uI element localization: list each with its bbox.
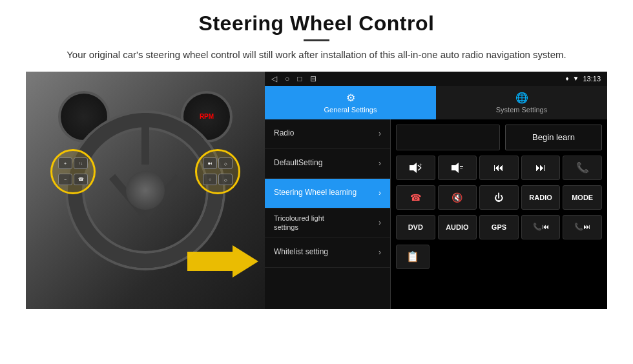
tab-system-label: System Settings [496,106,547,114]
btn-call-prev-ctrl[interactable]: 📞⏮ [521,215,561,239]
btn-phone: ☎ [74,174,88,185]
right-button-circle: ⏮ ◇ ○ ◇ [195,149,240,194]
btn-radio-ctrl[interactable]: RADIO [521,185,561,210]
mode-label: MODE [572,194,593,201]
status-indicators: ♦ ▼ 13:13 [565,75,601,83]
gps-icon: ♦ [565,75,568,82]
arrow-container [187,242,258,283]
svg-text:+: + [419,162,422,168]
btn-audio-ctrl[interactable]: AUDIO [438,215,477,239]
tab-general-label: General Settings [324,106,377,114]
prev-icon: ⏮ [493,162,504,174]
call-icon: 📞 [576,161,589,174]
control-row-3: DVD AUDIO GPS 📞⏮ 📞⏭ [396,215,602,239]
radio-label: RADIO [529,194,552,201]
btn-mute: ○ [203,174,217,185]
menu-steering-label: Steering Wheel learning [274,188,357,198]
btn-vol-down: − [58,174,72,185]
btn-nav: ◇ [218,157,233,169]
page-title: Steering Wheel Control [26,12,607,35]
menu-item-steering-wheel[interactable]: Steering Wheel learning › [265,179,390,208]
content-area: RPM + ↑↓ − ☎ ⏮ [26,72,607,309]
menu-item-tricoloured[interactable]: Tricoloured lightsettings › [265,208,390,238]
btn-next-ctrl[interactable]: ⏭ [521,156,561,180]
empty-input-box [396,125,500,150]
dvd-label: DVD [408,223,423,231]
general-settings-icon: ⚙ [346,92,355,104]
android-main: Radio › DefaultSetting › Steering Wheel … [265,119,607,309]
nav-buttons: ◁ ○ □ ⊟ [271,74,316,83]
btn-mode: ↑↓ [74,157,88,169]
btn-vol-up: + [58,157,72,169]
btn-vol-down-ctrl[interactable]: − [438,156,477,180]
call-prev-icon: 📞⏮ [533,223,549,231]
vol-up-icon: + [408,162,422,174]
menu-default-label: DefaultSetting [274,158,322,168]
btn-call-ctrl[interactable]: 📞 [563,156,602,180]
title-section: Steering Wheel Control Your original car… [26,12,607,63]
btn-vol-up-ctrl[interactable]: + [396,156,435,180]
btn-media: ⏮ [203,157,217,169]
btn-mode-ctrl[interactable]: MODE [563,185,602,210]
btn-gps-ctrl[interactable]: GPS [479,215,519,239]
yellow-arrow-svg [187,242,258,281]
list-icon: 📋 [406,250,419,263]
control-row-1: + − ⏮ [396,156,602,180]
btn-hangup-ctrl[interactable]: ☎ [396,185,435,210]
menu-item-whitelist[interactable]: Whitelist setting › [265,238,390,268]
home-icon[interactable]: ○ [285,74,289,83]
btn-mute-ctrl[interactable]: 🔇 [438,185,477,210]
page-container: Steering Wheel Control Your original car… [0,0,633,309]
back-icon[interactable]: ◁ [271,74,277,83]
tab-system-settings[interactable]: 🌐 System Settings [436,86,607,119]
begin-learn-button[interactable]: Begin learn [505,125,602,150]
android-panel: ◁ ○ □ ⊟ ♦ ▼ 13:13 ⚙ General Settings [265,72,607,309]
steering-hub [126,171,165,210]
chevron-icon-steering: › [379,188,381,197]
tab-bar: ⚙ General Settings 🌐 System Settings [265,86,607,119]
menu-icon[interactable]: ⊟ [310,74,316,83]
power-icon: ⏻ [494,192,503,203]
left-button-circle: + ↑↓ − ☎ [50,149,96,194]
menu-tricoloured-label: Tricoloured lightsettings [274,214,324,232]
top-row: Begin learn [396,125,602,150]
svg-marker-1 [410,163,417,173]
svg-line-3 [418,168,421,170]
last-row: 📋 [396,245,602,269]
hangup-icon: ☎ [410,192,421,203]
vol-down-icon: − [450,162,464,174]
svg-text:−: − [460,166,463,172]
btn-power-ctrl[interactable]: ⏻ [479,185,519,210]
next-icon: ⏭ [535,162,546,174]
title-divider [304,39,329,41]
btn-extra: ◇ [218,174,233,185]
recents-icon[interactable]: □ [297,74,302,83]
menu-item-radio[interactable]: Radio › [265,119,390,149]
btn-call-next-ctrl[interactable]: 📞⏭ [563,215,602,239]
wifi-icon: ▼ [573,75,579,82]
tab-general-settings[interactable]: ⚙ General Settings [265,86,436,119]
steering-bg: RPM + ↑↓ − ☎ ⏮ [26,72,265,309]
chevron-icon-radio: › [379,129,381,138]
svg-marker-5 [451,163,459,173]
chevron-icon-default: › [379,159,381,168]
menu-whitelist-label: Whitelist setting [274,247,328,258]
btn-list-ctrl[interactable]: 📋 [396,245,430,269]
chevron-icon-tricoloured: › [379,218,381,227]
gps-label: GPS [492,223,506,231]
steering-wheel-image: RPM + ↑↓ − ☎ ⏮ [26,72,265,309]
spoke-bottom [141,113,149,165]
btn-dvd-ctrl[interactable]: DVD [396,215,435,239]
time-display: 13:13 [583,75,601,83]
page-subtitle: Your original car's steering wheel contr… [52,48,581,63]
menu-radio-label: Radio [274,128,294,139]
audio-label: AUDIO [446,223,468,231]
mute-icon: 🔇 [451,192,462,203]
control-row-2: ☎ 🔇 ⏻ RADIO MODE [396,185,602,210]
btn-prev-ctrl[interactable]: ⏮ [479,156,519,180]
settings-menu: Radio › DefaultSetting › Steering Wheel … [265,119,391,309]
menu-item-default-setting[interactable]: DefaultSetting › [265,149,390,179]
system-settings-icon: 🌐 [515,92,528,104]
control-panel: Begin learn + [391,119,607,309]
chevron-icon-whitelist: › [379,248,381,257]
